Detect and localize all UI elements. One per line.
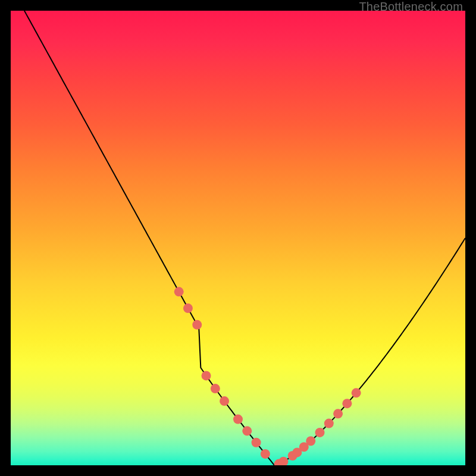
highlight-dot	[211, 384, 220, 393]
highlight-dot	[352, 388, 361, 397]
plot-area	[11, 11, 465, 465]
chart-svg	[11, 11, 465, 465]
highlight-dot	[242, 426, 252, 436]
highlight-dot	[278, 457, 288, 465]
highlight-dot	[315, 428, 325, 437]
highlight-dot	[333, 409, 343, 418]
chart-container: TheBottleneck.com	[0, 0, 476, 476]
highlight-dot	[183, 303, 193, 313]
highlight-dot	[233, 415, 243, 424]
highlight-dot	[324, 419, 334, 428]
highlight-dot	[174, 287, 184, 296]
highlight-dot	[202, 371, 211, 380]
highlight-dot	[342, 399, 352, 408]
highlight-dot	[220, 396, 229, 406]
highlight-dot	[252, 438, 261, 447]
bottleneck-curve	[24, 11, 465, 465]
highlight-dot	[261, 449, 270, 459]
highlight-dots	[174, 287, 361, 465]
highlight-dot	[306, 436, 315, 446]
highlight-dot	[192, 320, 202, 330]
